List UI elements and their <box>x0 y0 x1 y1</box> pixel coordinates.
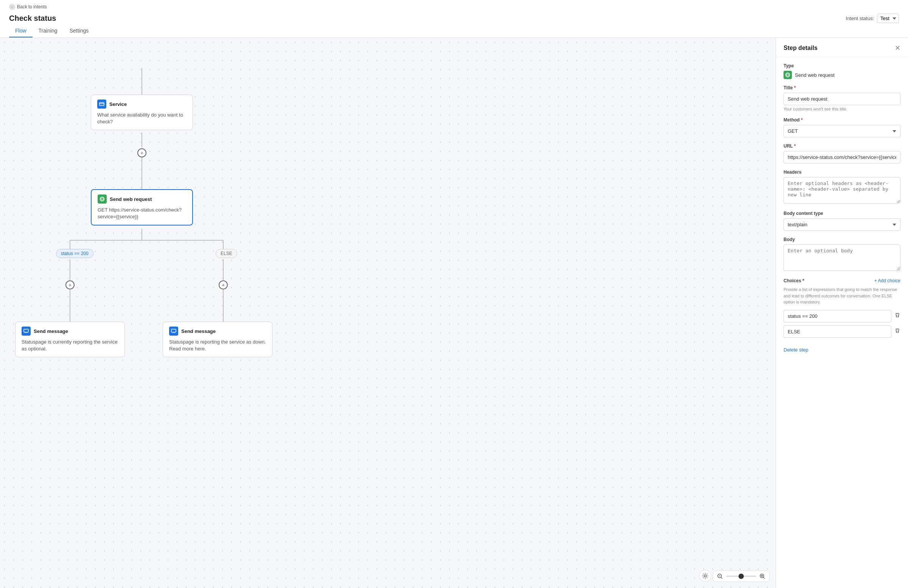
svg-line-23 <box>763 577 765 578</box>
badge-status200[interactable]: status == 200 <box>56 249 93 258</box>
type-value: Send web request <box>795 72 835 78</box>
headers-label: Headers <box>784 169 900 175</box>
headers-field-group: Headers <box>784 169 900 205</box>
zoom-out-btn[interactable] <box>717 573 723 579</box>
choice-item-1 <box>784 310 900 322</box>
body-content-type-select[interactable]: text/plain application/json application/… <box>784 218 900 231</box>
delete-choice-2-btn[interactable] <box>894 328 900 335</box>
tab-flow[interactable]: Flow <box>9 24 32 37</box>
type-label: Type <box>784 63 900 68</box>
method-select[interactable]: GET POST PUT DELETE PATCH <box>784 125 900 137</box>
plus-btn-right[interactable]: + <box>219 280 228 290</box>
panel-header: Step details ✕ <box>776 38 908 57</box>
back-label: Back to intents <box>17 4 47 10</box>
body-content-type-field-group: Body content type text/plain application… <box>784 211 900 231</box>
send-message-2-title: Send message <box>181 329 216 334</box>
send-message-1-text: Statuspage is currently reporting the se… <box>22 339 118 352</box>
svg-rect-15 <box>24 329 28 332</box>
page-title: Check status <box>9 14 846 23</box>
svg-rect-11 <box>100 103 104 106</box>
service-node-text: What service availability do you want to… <box>97 112 187 125</box>
body-textarea[interactable] <box>784 245 900 271</box>
web-request-node-text: GET https://service-status.com/check?ser… <box>98 206 186 220</box>
tabs: Flow Training Settings <box>9 24 899 37</box>
send-message-1-node[interactable]: Send message Statuspage is currently rep… <box>15 322 125 357</box>
choices-hint: Provide a list of expressions that going… <box>784 287 900 305</box>
choice-item-2 <box>784 325 900 338</box>
web-request-node-header: Send web request <box>98 195 186 203</box>
svg-line-19 <box>721 577 722 578</box>
send-message-1-icon <box>22 327 31 336</box>
zoom-controls <box>713 570 770 582</box>
title-field-label: Title * <box>784 85 900 90</box>
service-node-icon <box>97 100 106 109</box>
settings-icon-btn[interactable] <box>699 570 711 582</box>
panel-body: Type Send web request Title * <box>776 57 908 588</box>
plus-btn-middle[interactable]: + <box>137 148 147 158</box>
choice-input-2[interactable] <box>784 325 891 338</box>
title-hint: Your customers won't see this title. <box>784 107 900 111</box>
body-label: Body <box>784 237 900 242</box>
zoom-thumb[interactable] <box>739 574 744 579</box>
web-request-node-icon <box>98 195 107 203</box>
title-field-group: Title * Your customers won't see this ti… <box>784 85 900 111</box>
intent-status-select[interactable]: Test Live <box>877 14 899 23</box>
web-request-node[interactable]: Send web request GET https://service-sta… <box>91 189 193 226</box>
send-message-2-node[interactable]: Send message Statuspage is reporting the… <box>163 322 272 357</box>
type-icon <box>784 71 792 79</box>
send-message-2-text: Statuspage is reporting the service as d… <box>169 339 266 352</box>
plus-btn-left[interactable]: + <box>66 280 74 290</box>
panel-close-btn[interactable]: ✕ <box>895 44 900 52</box>
send-message-2-header: Send message <box>169 327 266 336</box>
intent-status: Intent status: Test Live <box>846 14 899 23</box>
title-row: Check status Intent status: Test Live <box>9 11 899 24</box>
body-content-type-label: Body content type <box>784 211 900 216</box>
type-field-group: Type Send web request <box>784 63 900 79</box>
add-choice-btn[interactable]: + Add choice <box>874 278 900 284</box>
url-label: URL * <box>784 143 900 149</box>
tab-settings[interactable]: Settings <box>64 24 95 37</box>
right-panel: Step details ✕ Type Send web request <box>776 38 908 588</box>
header-area: ← Back to intents Check status Intent st… <box>0 0 908 38</box>
back-to-intents-link[interactable]: ← Back to intents <box>9 2 899 11</box>
delete-step-btn[interactable]: Delete step <box>784 347 808 353</box>
title-input[interactable] <box>784 93 900 105</box>
service-node-header: Service <box>97 100 187 109</box>
send-message-2-icon <box>169 327 178 336</box>
choices-header: Choices * + Add choice <box>784 278 900 284</box>
choice-input-1[interactable] <box>784 310 891 322</box>
service-node-title: Service <box>109 101 127 107</box>
url-field-group: URL * <box>784 143 900 163</box>
url-input[interactable] <box>784 151 900 163</box>
badge-else[interactable]: ELSE <box>216 249 237 258</box>
method-field-group: Method * GET POST PUT DELETE PATCH <box>784 117 900 137</box>
zoom-slider[interactable] <box>726 575 756 577</box>
send-message-1-title: Send message <box>34 329 68 334</box>
headers-textarea[interactable] <box>784 177 900 203</box>
service-node[interactable]: Service What service availability do you… <box>91 95 193 130</box>
web-request-node-title: Send web request <box>110 197 152 202</box>
main-layout: Service What service availability do you… <box>0 38 908 588</box>
send-message-1-header: Send message <box>22 327 118 336</box>
body-field-group: Body <box>784 237 900 272</box>
panel-title: Step details <box>784 45 818 52</box>
svg-point-24 <box>704 575 706 577</box>
zoom-in-btn[interactable] <box>759 573 765 579</box>
delete-choice-1-btn[interactable] <box>894 312 900 320</box>
choices-field-group: Choices * + Add choice Provide a list of… <box>784 278 900 338</box>
tab-training[interactable]: Training <box>32 24 64 37</box>
svg-rect-16 <box>171 329 176 332</box>
intent-status-label: Intent status: <box>846 16 874 21</box>
flow-canvas[interactable]: Service What service availability do you… <box>0 38 776 588</box>
back-icon: ← <box>9 4 15 10</box>
method-label: Method * <box>784 117 900 122</box>
type-display: Send web request <box>784 71 900 79</box>
